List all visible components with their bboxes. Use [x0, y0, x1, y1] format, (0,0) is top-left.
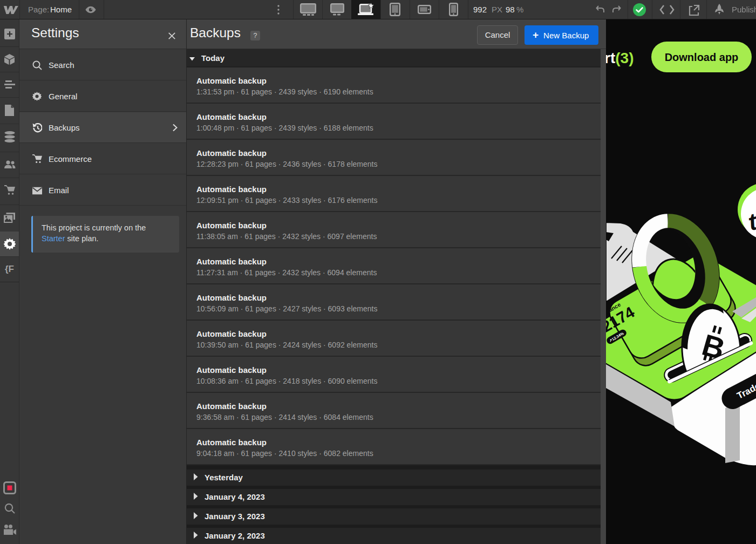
svg-text:Download app: Download app — [665, 51, 739, 63]
svg-text:rt(3): rt(3) — [606, 50, 634, 66]
